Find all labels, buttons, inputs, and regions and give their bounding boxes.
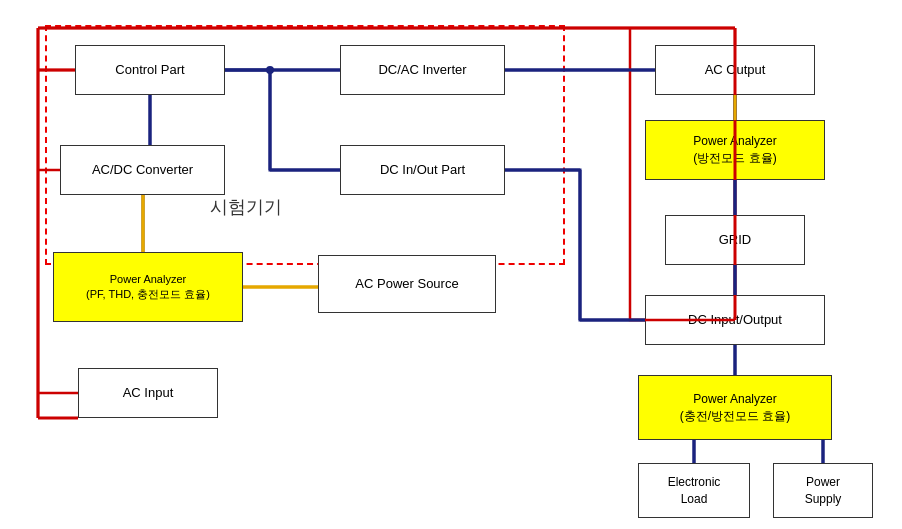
lines-svg <box>0 0 902 529</box>
diagram: 시험기기 Control Part AC/DC Converter DC/AC … <box>0 0 902 529</box>
